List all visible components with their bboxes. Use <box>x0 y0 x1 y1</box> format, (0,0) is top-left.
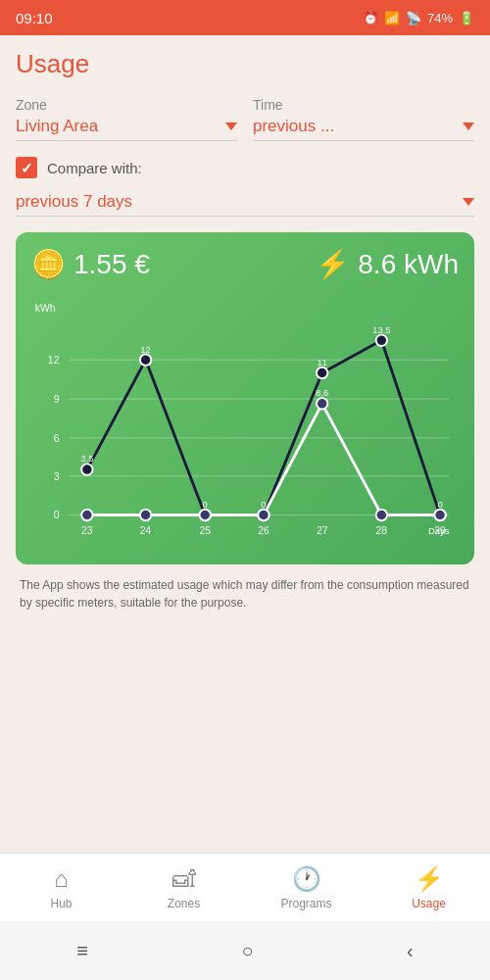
hub-icon: ⌂ <box>54 865 69 893</box>
compare-label: Compare with: <box>47 160 142 176</box>
coin-icon: 🪙 <box>31 248 66 280</box>
s2-dot-5 <box>376 510 387 520</box>
nav-zones[interactable]: 🛋 Zones <box>122 854 245 921</box>
compare-row: ✓ Compare with: <box>16 157 474 178</box>
nav-usage-label: Usage <box>412 897 446 910</box>
svg-text:24: 24 <box>140 525 152 536</box>
svg-text:13.5: 13.5 <box>372 324 390 335</box>
alarm-icon: ⏰ <box>363 11 378 25</box>
page-title: Usage <box>16 49 474 79</box>
zone-value: Living Area <box>16 117 98 136</box>
zone-group: Zone Living Area <box>16 97 237 141</box>
cost-value: 1.55 € <box>74 249 150 280</box>
svg-text:9: 9 <box>54 394 60 405</box>
s2-dot-3 <box>258 510 269 520</box>
home-button[interactable]: ○ <box>241 940 253 962</box>
android-nav: ≡ ○ ‹ <box>0 921 490 980</box>
s1-dot-1 <box>140 355 151 366</box>
zone-chevron-icon <box>225 122 237 130</box>
svg-text:26: 26 <box>258 525 270 536</box>
time-chevron-icon <box>463 122 474 130</box>
s2-dot-2 <box>200 510 211 520</box>
signal-icon: 📡 <box>406 11 421 25</box>
chart-svg-wrapper: kWh 0 3 6 9 12 <box>31 290 459 549</box>
svg-text:28: 28 <box>376 525 388 536</box>
disclaimer-text: The App shows the estimated usage which … <box>16 576 474 612</box>
s1-dot-0 <box>81 464 92 474</box>
s2-dot-4 <box>317 398 327 409</box>
svg-text:0: 0 <box>261 499 266 510</box>
filter-row: Zone Living Area Time previous ... <box>16 97 474 141</box>
svg-text:3: 3 <box>54 471 60 482</box>
s1-dot-5 <box>376 335 387 346</box>
svg-text:27: 27 <box>317 525 328 536</box>
compare-period-dropdown[interactable]: previous 7 days <box>16 192 474 217</box>
check-icon: ✓ <box>21 161 33 175</box>
status-right: ⏰ 📶 📡 74% 🔋 <box>363 11 474 25</box>
cost-stat: 🪙 1.55 € <box>31 248 150 280</box>
y-axis-label: kWh <box>35 303 56 314</box>
svg-text:Days: Days <box>428 525 450 536</box>
s1-dot-4 <box>317 368 327 378</box>
main-content: Zone Living Area Time previous ... ✓ Com… <box>0 87 490 631</box>
nav-programs-label: Programs <box>280 897 331 910</box>
energy-stat: ⚡ 8.6 kWh <box>316 248 459 280</box>
usage-chart: 🪙 1.55 € ⚡ 8.6 kWh kWh <box>16 232 474 564</box>
zone-label: Zone <box>16 97 237 113</box>
programs-icon: 🕐 <box>292 865 321 893</box>
time-dropdown[interactable]: previous ... <box>253 117 474 141</box>
header: Usage <box>0 35 490 87</box>
svg-text:3.5: 3.5 <box>80 453 93 464</box>
svg-text:12: 12 <box>48 355 60 366</box>
compare-chevron-icon <box>463 198 474 206</box>
svg-text:8.6: 8.6 <box>316 387 328 398</box>
bottom-nav: ⌂ Hub 🛋 Zones 🕐 Programs ⚡ Usage <box>0 853 490 921</box>
chart-header: 🪙 1.55 € ⚡ 8.6 kWh <box>31 248 459 280</box>
svg-text:23: 23 <box>81 525 93 536</box>
nav-hub-label: Hub <box>50 897 72 910</box>
svg-text:0: 0 <box>203 499 208 510</box>
battery-icon: 🔋 <box>459 11 474 25</box>
time-value: previous ... <box>253 117 334 136</box>
nav-usage[interactable]: ⚡ Usage <box>368 854 490 921</box>
nav-hub[interactable]: ⌂ Hub <box>0 854 122 921</box>
s2-dot-0 <box>81 510 92 520</box>
time-group: Time previous ... <box>253 97 474 141</box>
zones-icon: 🛋 <box>172 865 196 893</box>
menu-button[interactable]: ≡ <box>76 940 88 962</box>
svg-text:25: 25 <box>199 525 211 536</box>
svg-text:0: 0 <box>54 510 60 520</box>
compare-period-value: previous 7 days <box>16 192 132 212</box>
nav-zones-label: Zones <box>168 897 200 910</box>
zone-dropdown[interactable]: Living Area <box>16 117 237 141</box>
battery-percentage: 74% <box>427 11 453 25</box>
svg-text:0: 0 <box>437 499 442 510</box>
svg-text:11: 11 <box>317 357 327 368</box>
wifi-icon: 📶 <box>384 11 400 25</box>
energy-value: 8.6 kWh <box>358 249 459 280</box>
svg-text:6: 6 <box>54 433 60 444</box>
time-label: Time <box>253 97 474 113</box>
svg-text:12: 12 <box>140 344 151 355</box>
bolt-icon: ⚡ <box>316 248 350 280</box>
status-time: 09:10 <box>16 10 53 26</box>
s2-dot-6 <box>434 510 445 520</box>
status-bar: 09:10 ⏰ 📶 📡 74% 🔋 <box>0 0 490 35</box>
s2-dot-1 <box>140 510 151 520</box>
usage-nav-icon: ⚡ <box>415 865 444 893</box>
compare-checkbox[interactable]: ✓ <box>16 157 37 178</box>
back-button[interactable]: ‹ <box>407 940 414 962</box>
nav-programs[interactable]: 🕐 Programs <box>245 854 368 921</box>
chart-svg: kWh 0 3 6 9 12 <box>31 290 459 545</box>
series1-line <box>87 340 440 514</box>
